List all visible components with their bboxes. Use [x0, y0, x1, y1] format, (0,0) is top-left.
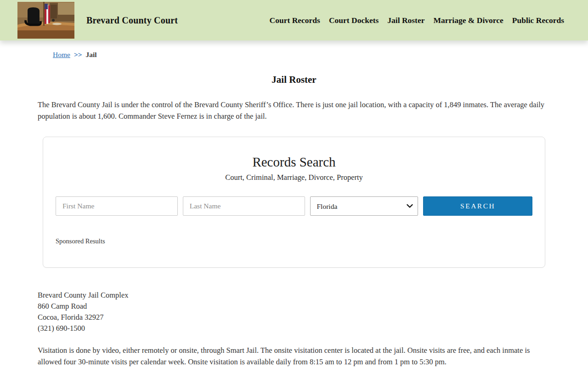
nav-public-records[interactable]: Public Records [512, 16, 564, 25]
main-nav: Court Records Court Dockets Jail Roster … [270, 16, 564, 25]
courtroom-logo-image[interactable] [17, 2, 74, 39]
nav-court-dockets[interactable]: Court Dockets [329, 16, 379, 25]
jail-city-state-zip: Cocoa, Florida 32927 [38, 312, 550, 323]
site-header: Brevard County Court Court Records Court… [0, 0, 588, 40]
main-content: Home>>Jail Jail Roster The Brevard Count… [0, 51, 588, 368]
jail-phone: (321) 690-1500 [38, 323, 550, 334]
jail-name: Brevard County Jail Complex [38, 290, 550, 301]
search-form: Florida SEARCH [56, 196, 532, 216]
breadcrumb-current: Jail [86, 51, 97, 58]
breadcrumb-separator: >> [74, 51, 82, 58]
sponsored-results-label: Sponsored Results [56, 237, 532, 245]
first-name-input[interactable] [56, 196, 178, 216]
jail-street: 860 Camp Road [38, 301, 550, 312]
search-button[interactable]: SEARCH [423, 196, 532, 216]
visitation-paragraph: Visitation is done by video, either remo… [38, 345, 550, 368]
site-title[interactable]: Brevard County Court [86, 15, 178, 26]
breadcrumb-home-link[interactable]: Home [53, 51, 70, 58]
jail-address-block: Brevard County Jail Complex 860 Camp Roa… [38, 290, 550, 334]
nav-court-records[interactable]: Court Records [270, 16, 320, 25]
records-search-card: Records Search Court, Criminal, Marriage… [43, 137, 545, 268]
state-select-wrap: Florida [310, 196, 418, 216]
intro-paragraph: The Brevard County Jail is under the con… [38, 99, 550, 122]
records-search-subtitle: Court, Criminal, Marriage, Divorce, Prop… [56, 173, 532, 182]
state-select[interactable]: Florida [310, 196, 418, 216]
records-search-title: Records Search [56, 155, 532, 170]
breadcrumb: Home>>Jail [53, 51, 550, 59]
nav-jail-roster[interactable]: Jail Roster [387, 16, 424, 25]
page-title: Jail Roster [38, 74, 550, 86]
nav-marriage-divorce[interactable]: Marriage & Divorce [433, 16, 503, 25]
last-name-input[interactable] [183, 196, 305, 216]
